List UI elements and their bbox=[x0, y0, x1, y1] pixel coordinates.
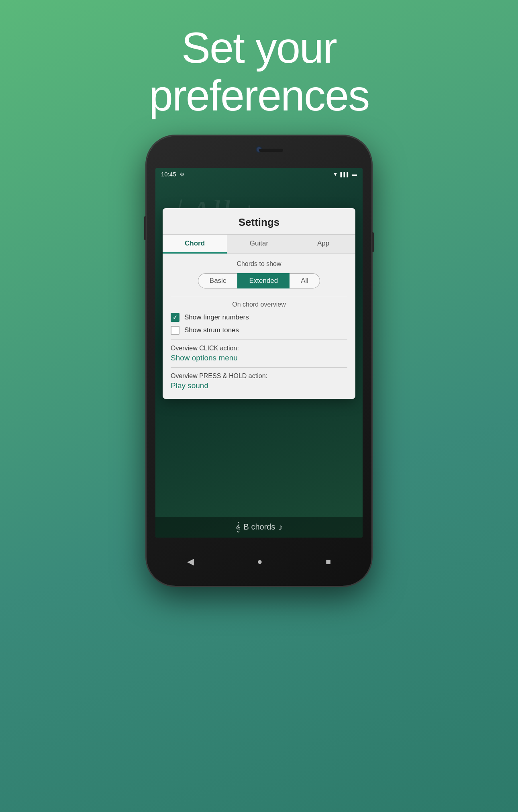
wifi-icon: ▼ bbox=[333, 171, 338, 177]
divider-2 bbox=[171, 340, 347, 340]
phone-shell: ♩ All ♪ 10:45 ⚙ ▼ ▌▌▌ ▬ Settings Chord bbox=[147, 136, 371, 586]
dialog-title: Settings bbox=[163, 208, 355, 234]
bottom-screen-bar: 𝄞 B chords ♪ bbox=[155, 517, 363, 538]
note-icon: 𝄞 bbox=[235, 522, 241, 532]
phone-screen: ♩ All ♪ 10:45 ⚙ ▼ ▌▌▌ ▬ Settings Chord bbox=[155, 168, 363, 538]
divider-1 bbox=[171, 296, 347, 296]
tab-guitar[interactable]: Guitar bbox=[227, 235, 291, 254]
nav-home-icon[interactable]: ● bbox=[257, 556, 262, 567]
click-action-value[interactable]: Show options menu bbox=[171, 354, 347, 362]
nav-back-icon[interactable]: ◀ bbox=[187, 556, 194, 567]
chord-options: Basic Extended All bbox=[171, 273, 347, 288]
divider-3 bbox=[171, 367, 347, 368]
status-bar: 10:45 ⚙ ▼ ▌▌▌ ▬ bbox=[155, 168, 363, 181]
nav-bar: ◀ ● ■ bbox=[155, 550, 363, 574]
checkbox-strum-tones[interactable] bbox=[171, 326, 179, 335]
checkbox-row-strum-tones: Show strum tones bbox=[171, 326, 347, 335]
chord-label: B chords bbox=[244, 522, 275, 532]
signal-icon: ▌▌▌ bbox=[341, 172, 350, 177]
click-action-title: Overview CLICK action: bbox=[171, 345, 347, 352]
checkbox-row-finger-numbers: ✓ Show finger numbers bbox=[171, 313, 347, 322]
headline: Set your preferences bbox=[149, 24, 369, 120]
volume-button bbox=[144, 216, 146, 240]
settings-body: Chords to show Basic Extended All On cho… bbox=[163, 254, 355, 399]
battery-icon: ▬ bbox=[352, 172, 357, 177]
settings-dialog: Settings Chord Guitar App Chords to show… bbox=[163, 208, 355, 399]
status-time: 10:45 bbox=[161, 171, 176, 178]
chord-option-extended[interactable]: Extended bbox=[237, 273, 290, 288]
click-action-block: Overview CLICK action: Show options menu bbox=[171, 345, 347, 362]
hold-action-value[interactable]: Play sound bbox=[171, 381, 347, 390]
headline-line1: Set your bbox=[182, 23, 336, 72]
tab-app[interactable]: App bbox=[291, 235, 355, 254]
strum-tones-label: Show strum tones bbox=[184, 326, 239, 334]
music-icon-2: ♪ bbox=[278, 522, 283, 532]
settings-tabs: Chord Guitar App bbox=[163, 234, 355, 254]
status-icons: ▼ ▌▌▌ ▬ bbox=[333, 171, 357, 177]
checkmark-icon: ✓ bbox=[173, 315, 177, 320]
checkbox-finger-numbers[interactable]: ✓ bbox=[171, 313, 179, 322]
tab-chord[interactable]: Chord bbox=[163, 235, 227, 254]
chord-option-basic[interactable]: Basic bbox=[198, 273, 238, 288]
hold-action-title: Overview PRESS & HOLD action: bbox=[171, 372, 347, 380]
phone-device: ♩ All ♪ 10:45 ⚙ ▼ ▌▌▌ ▬ Settings Chord bbox=[147, 136, 371, 586]
nav-recent-icon[interactable]: ■ bbox=[326, 556, 331, 567]
finger-numbers-label: Show finger numbers bbox=[184, 313, 249, 321]
settings-icon: ⚙ bbox=[179, 171, 185, 178]
headline-line2: preferences bbox=[149, 71, 369, 120]
hold-action-block: Overview PRESS & HOLD action: Play sound bbox=[171, 372, 347, 390]
speaker bbox=[259, 149, 283, 152]
on-chord-overview-label: On chord overview bbox=[171, 301, 347, 308]
chords-to-show-label: Chords to show bbox=[171, 260, 347, 268]
chord-option-all[interactable]: All bbox=[290, 273, 320, 288]
power-button bbox=[372, 232, 374, 252]
